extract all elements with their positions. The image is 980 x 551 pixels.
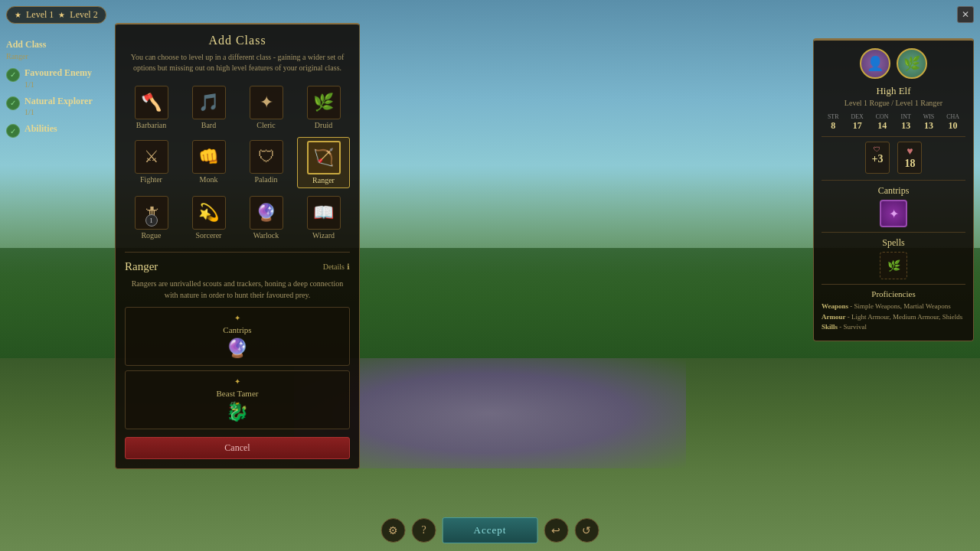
class-item-wizard[interactable]: 📖 Wizard: [297, 193, 350, 243]
paladin-icon: 🛡: [250, 140, 283, 174]
class-item-barbarian[interactable]: 🪓 Barbarian: [125, 83, 178, 132]
star-icon-1: ★: [15, 11, 21, 19]
abilities-label: Abilities: [24, 122, 57, 135]
con-value: 14: [877, 120, 887, 132]
cleric-label: Cleric: [256, 121, 275, 129]
top-bar: ★ Level 1 ★ Level 2: [6, 6, 106, 24]
bottom-bar: ⚙ ? Accept ↩ ↺: [381, 517, 599, 543]
stat-str: STR 8: [828, 113, 839, 132]
wis-label: WIS: [923, 113, 935, 120]
stats-row: STR 8 DEX 17 CON 14 INT 13 WIS 13 CHA 10: [822, 113, 965, 132]
prof-title: Proficiencies: [822, 289, 965, 298]
sorcerer-label: Sorcerer: [196, 231, 222, 240]
bottom-info-button[interactable]: ?: [412, 518, 436, 543]
warlock-label: Warlock: [253, 231, 279, 240]
bottom-undo-button[interactable]: ↩: [544, 518, 568, 543]
panel-description: You can choose to level up in a differen…: [125, 52, 350, 73]
fighter-label: Fighter: [140, 175, 162, 184]
selected-class-name: Ranger: [125, 260, 158, 273]
cantrips-section-header: Cantrips: [822, 185, 965, 197]
weapons-value: Simple Weapons, Martial Weapons: [854, 302, 951, 310]
main-panel: Add Class You can choose to level up in …: [115, 23, 360, 469]
accept-button[interactable]: Accept: [443, 517, 538, 543]
star-icon-2: ★: [58, 11, 65, 19]
class-item-cleric[interactable]: ✦ Cleric: [240, 83, 292, 132]
barbarian-label: Barbarian: [136, 121, 166, 129]
cha-value: 10: [949, 120, 958, 132]
close-button[interactable]: ✕: [957, 6, 974, 23]
check-icon-1: ✓: [6, 68, 20, 82]
bottom-redo-button[interactable]: ↺: [574, 518, 599, 543]
spell-empty-icon: 🌿: [880, 252, 907, 279]
rogue-icon: 🗡: [135, 196, 168, 230]
weapons-prof: Weapons - Simple Weapons, Martial Weapon…: [822, 302, 965, 312]
armour-prof: Armour - Light Armour, Medium Armour, Sh…: [822, 312, 965, 323]
left-panel: Add Class Ranger ✓ Favoured Enemy 1/1 ✓ …: [6, 38, 109, 142]
undo-icon: ↩: [551, 524, 560, 537]
char-race: High Elf: [822, 85, 965, 97]
cancel-button[interactable]: Cancel: [125, 437, 350, 459]
stat-divider: [822, 136, 965, 137]
fighter-icon: ⚔: [135, 140, 168, 174]
hp-value: 18: [904, 158, 915, 170]
ac-value: +3: [872, 153, 884, 165]
skills-prof: Skills - Survival: [822, 322, 965, 333]
stat-wis: WIS 13: [923, 113, 935, 132]
favoured-enemy-detail: 1/1: [24, 80, 92, 90]
skills-label: Skills: [822, 323, 838, 331]
paladin-label: Paladin: [255, 175, 278, 184]
spells-section-header: Spells: [822, 237, 965, 249]
favoured-enemy-section[interactable]: ✓ Favoured Enemy 1/1: [6, 67, 109, 90]
add-class-section: Add Class Ranger: [6, 38, 109, 62]
right-panel: 👤 🌿 High Elf Level 1 Rogue / Level 1 Ran…: [813, 38, 974, 341]
sorcerer-icon: 💫: [192, 196, 226, 230]
int-value: 13: [901, 120, 910, 132]
class-item-sorcerer[interactable]: 💫 Sorcerer: [182, 193, 235, 243]
beast-tamer-divider: ✦: [234, 377, 240, 386]
ranger-label: Ranger: [312, 176, 335, 184]
selected-class-section: Ranger Details ℹ Rangers are unrivalled …: [125, 252, 350, 301]
class-grid: 🪓 Barbarian 🎵 Bard ✦ Cleric 🌿 Druid ⚔ Fi…: [125, 83, 350, 243]
add-class-subtitle: Ranger: [6, 51, 46, 62]
hp-ac-row: 🛡 +3 ♥ 18: [822, 142, 965, 174]
druid-label: Druid: [315, 121, 332, 129]
rogue-label: Rogue: [141, 231, 161, 240]
natural-explorer-section[interactable]: ✓ Natural Explorer 1/1: [6, 95, 109, 119]
class-item-druid[interactable]: 🌿 Druid: [297, 83, 350, 132]
redo-icon: ↺: [582, 524, 591, 537]
level2-label: Level 2: [70, 9, 97, 21]
close-icon: ✕: [962, 9, 969, 21]
cleric-icon: ✦: [250, 86, 283, 119]
level1-label: Level 1: [26, 9, 54, 21]
favoured-enemy-text: Favoured Enemy 1/1: [24, 67, 92, 90]
class-item-rogue[interactable]: 🗡 Rogue: [125, 193, 178, 243]
dex-label: DEX: [851, 113, 863, 120]
char-portrait-area: 👤 🌿: [822, 48, 965, 79]
cantrips-feature-icon: 🔮: [226, 337, 249, 359]
class-item-paladin[interactable]: 🛡 Paladin: [240, 137, 292, 188]
details-label: Details: [323, 262, 345, 271]
hp-box: ♥ 18: [897, 142, 922, 174]
str-value: 8: [831, 120, 835, 132]
armour-value: Light Armour, Medium Armour, Shields: [851, 313, 962, 321]
class-item-ranger[interactable]: 🏹 Ranger: [297, 137, 350, 188]
class-item-warlock[interactable]: 🔮 Warlock: [240, 193, 292, 243]
ac-box: 🛡 +3: [865, 142, 890, 174]
class-item-fighter[interactable]: ⚔ Fighter: [125, 137, 178, 188]
class-item-monk[interactable]: 👊 Monk: [182, 137, 235, 188]
bottom-settings-button[interactable]: ⚙: [381, 518, 406, 543]
skills-value: Survival: [844, 323, 867, 331]
portrait-secondary: 🌿: [897, 48, 927, 79]
stat-con: CON 14: [876, 113, 889, 132]
beast-tamer-title: Beast Tamer: [217, 389, 259, 398]
beast-tamer-feature-box: ✦ Beast Tamer 🐉: [125, 370, 350, 429]
abilities-section[interactable]: ✓ Abilities: [6, 122, 109, 138]
int-label: INT: [900, 113, 910, 120]
stat-cha: CHA 10: [946, 113, 959, 132]
natural-explorer-label: Natural Explorer: [24, 95, 93, 108]
stat-dex: DEX 17: [851, 113, 863, 132]
bard-icon: 🎵: [192, 86, 226, 119]
cantrips-feature-box: ✦ Cantrips 🔮: [125, 307, 350, 366]
details-link[interactable]: Details ℹ: [323, 262, 350, 271]
class-item-bard[interactable]: 🎵 Bard: [182, 83, 235, 132]
